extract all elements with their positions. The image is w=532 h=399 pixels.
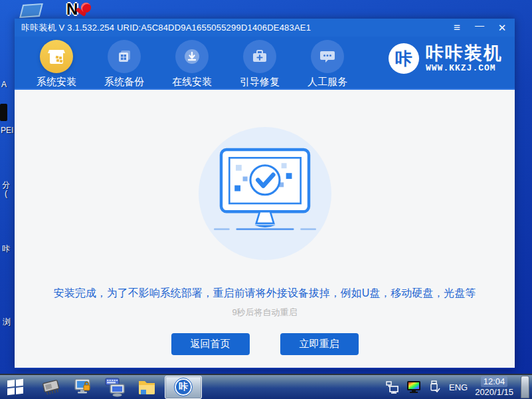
- return-home-button[interactable]: 返回首页: [171, 333, 250, 355]
- taskbar-kaka-installer-button[interactable]: 咔: [165, 376, 202, 399]
- display-settings-icon[interactable]: [406, 380, 421, 394]
- logo-text: 咔咔装机 WWW.KKZJ.COM: [426, 44, 503, 73]
- install-box-icon: [40, 40, 73, 73]
- desktop-label-fragment: 咔: [2, 243, 10, 255]
- taskbar-keyboard-pc-icon[interactable]: [104, 376, 126, 398]
- titlebar[interactable]: 咔咔装机 V 3.1.532.254 URID:A5C84DD9A1655055…: [15, 19, 515, 37]
- logo-url: WWW.KKZJ.COM: [426, 63, 503, 73]
- desktop-icon-fragment: [0, 104, 7, 121]
- logo-title: 咔咔装机: [426, 44, 503, 63]
- desktop-label-fragment: 浏: [3, 317, 11, 328]
- content-panel: 安装完成，为了不影响系统部署，重启前请将外接设备拔掉，例如U盘，移动硬盘，光盘等…: [15, 90, 515, 368]
- language-indicator[interactable]: ENG: [449, 382, 468, 392]
- fragment-line: (: [5, 189, 7, 198]
- kaka-installer-window: 咔咔装机 V 3.1.532.254 URID:A5C84DD9A1655055…: [15, 19, 515, 369]
- window-controls: ≡ — ✕: [451, 23, 508, 33]
- nav-item-system-backup[interactable]: 系统备份: [97, 37, 151, 88]
- minimize-icon[interactable]: —: [474, 21, 486, 31]
- nav-label: 在线安装: [172, 76, 212, 88]
- download-icon: [175, 40, 209, 73]
- window-title: 咔咔装机 V 3.1.532.254 URID:A5C84DD9A1655055…: [21, 22, 451, 34]
- red-key-icon: [81, 3, 91, 13]
- desktop-label-fragment: 分(: [2, 181, 10, 198]
- backup-layers-icon: [108, 40, 141, 73]
- restart-now-button[interactable]: 立即重启: [280, 333, 359, 355]
- nav-label: 人工服务: [308, 76, 347, 88]
- kaka-taskbar-logo-icon: 咔: [175, 378, 192, 396]
- nav-bar: 系统安装 系统备份: [15, 37, 515, 90]
- start-button[interactable]: [0, 375, 31, 399]
- nav-item-boot-repair[interactable]: 引导修复: [232, 37, 287, 88]
- clock-date: 2020/1/15: [475, 387, 513, 397]
- desktop-label-fragment: PEI: [1, 126, 13, 135]
- desktop: N A PEI 分( 咔 浏 咔咔装机 V 3.1.532.254 URID:A…: [0, 0, 532, 399]
- kaka-logo-icon: 咔: [389, 43, 419, 74]
- nav-label: 引导修复: [240, 76, 280, 88]
- desktop-icon-nkey[interactable]: N: [66, 1, 96, 19]
- menu-icon[interactable]: ≡: [451, 23, 463, 33]
- brand-logo: 咔 咔咔装机 WWW.KKZJ.COM: [389, 43, 503, 74]
- restart-countdown: 9秒后将自动重启: [232, 307, 297, 319]
- desktop-icon-screen-partial[interactable]: [19, 3, 43, 18]
- nav-item-online-install[interactable]: 在线安装: [165, 37, 219, 88]
- success-illustration: [199, 127, 331, 260]
- repair-toolbox-icon: [243, 40, 276, 73]
- action-buttons: 返回首页 立即重启: [171, 333, 359, 355]
- taskbar-ramdisk-icon[interactable]: [40, 376, 62, 398]
- show-desktop-button[interactable]: [521, 376, 529, 398]
- taskbar-file-explorer-icon[interactable]: [135, 376, 158, 398]
- taskbar-pc-lock-icon[interactable]: [72, 376, 94, 398]
- monitor-check-icon: [207, 142, 323, 245]
- fragment-line: 分: [2, 180, 10, 190]
- system-tray: ENG 12:04 2020/1/15: [386, 375, 532, 399]
- network-icon[interactable]: [386, 380, 400, 394]
- nav-label: 系统备份: [104, 76, 144, 88]
- nav-item-system-install[interactable]: 系统安装: [29, 37, 84, 88]
- close-icon[interactable]: ✕: [496, 23, 508, 33]
- desktop-label-fragment: A: [1, 80, 7, 89]
- clock-time: 12:04: [481, 376, 508, 387]
- nav-item-manual-service[interactable]: 人工服务: [300, 37, 355, 88]
- nav-label: 系统安装: [37, 76, 76, 88]
- usb-eject-icon[interactable]: [427, 380, 442, 394]
- taskbar: 咔: [0, 374, 532, 399]
- clock[interactable]: 12:04 2020/1/15: [475, 376, 513, 398]
- taskbar-icons: [40, 376, 158, 398]
- completion-message: 安装完成，为了不影响系统部署，重启前请将外接设备拔掉，例如U盘，移动硬盘，光盘等: [54, 287, 476, 301]
- chat-bubble-icon: [311, 40, 344, 73]
- windows-logo-icon: [7, 379, 23, 396]
